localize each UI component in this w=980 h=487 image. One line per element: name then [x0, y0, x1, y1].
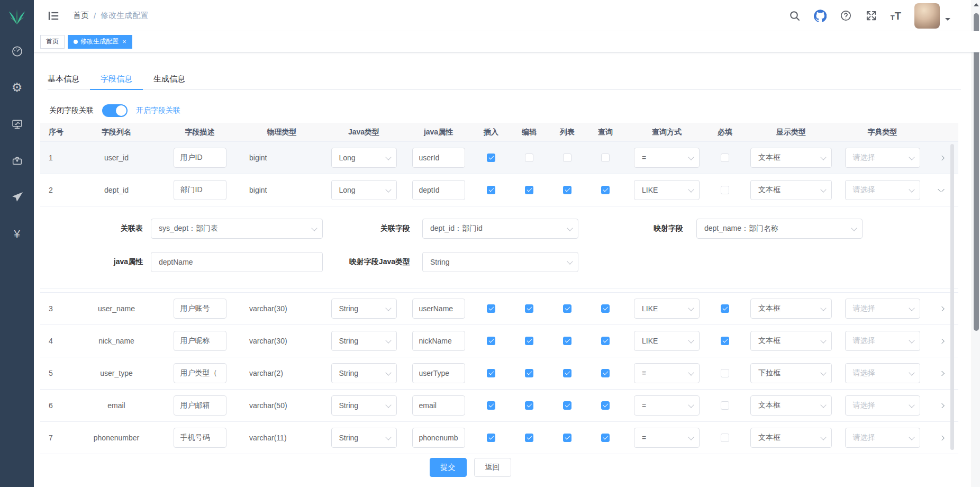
edit-checkbox[interactable]	[525, 434, 533, 442]
java-type-select[interactable]: String	[331, 299, 397, 319]
help-button[interactable]	[840, 10, 852, 22]
association-open-link[interactable]: 开启字段关联	[136, 106, 180, 115]
query-mode-select[interactable]: =	[634, 395, 700, 416]
tab-basic-info[interactable]: 基本信息	[48, 68, 90, 89]
java-type-select[interactable]: String	[331, 363, 397, 383]
expand-chevron-icon[interactable]	[938, 189, 945, 192]
edit-checkbox[interactable]	[525, 337, 533, 345]
insert-checkbox[interactable]	[487, 369, 495, 377]
java-field-input[interactable]	[412, 148, 465, 168]
expand-chevron-icon[interactable]	[938, 436, 945, 440]
query-checkbox[interactable]	[601, 304, 610, 313]
java-type-select[interactable]: Long	[331, 180, 397, 200]
java-field-input[interactable]	[412, 395, 465, 416]
query-checkbox[interactable]	[601, 154, 610, 162]
display-type-select[interactable]: 文本框	[750, 395, 832, 416]
edit-checkbox[interactable]	[525, 154, 533, 162]
expand-chevron-icon[interactable]	[938, 339, 945, 344]
display-type-select[interactable]: 下拉框	[750, 363, 832, 383]
list-checkbox[interactable]	[563, 369, 571, 377]
github-link[interactable]	[814, 10, 827, 22]
query-checkbox[interactable]	[601, 186, 610, 194]
window-scrollbar-thumb[interactable]	[974, 13, 979, 331]
submit-button[interactable]: 提交	[430, 458, 467, 477]
java-attr-input[interactable]	[151, 252, 323, 272]
user-menu[interactable]	[914, 3, 950, 29]
mapped-java-type-select[interactable]: String	[422, 252, 578, 272]
edit-checkbox[interactable]	[525, 186, 533, 194]
sidebar-item-monitor[interactable]	[0, 106, 34, 142]
query-checkbox[interactable]	[601, 401, 610, 410]
java-field-input[interactable]	[412, 331, 465, 351]
query-checkbox[interactable]	[601, 337, 610, 345]
field-description-input[interactable]	[174, 395, 226, 416]
related-field-select[interactable]: dept_id：部门id	[422, 219, 578, 239]
java-type-select[interactable]: String	[331, 428, 397, 448]
tab-generate-info[interactable]: 生成信息	[143, 68, 196, 89]
display-type-select[interactable]: 文本框	[750, 180, 832, 200]
sidebar-item-pay[interactable]: ¥	[0, 215, 34, 252]
query-mode-select[interactable]: =	[634, 363, 700, 383]
java-field-input[interactable]	[412, 180, 465, 200]
edit-checkbox[interactable]	[525, 304, 533, 313]
sidebar-item-dashboard[interactable]	[0, 33, 34, 69]
tab-field-info[interactable]: 字段信息	[90, 68, 143, 89]
insert-checkbox[interactable]	[487, 304, 495, 313]
tag-close-icon[interactable]: ×	[122, 38, 126, 46]
field-description-input[interactable]	[174, 428, 226, 448]
required-checkbox[interactable]	[721, 369, 729, 377]
query-mode-select[interactable]: LIKE	[634, 299, 700, 319]
dict-type-select[interactable]: 请选择	[845, 180, 920, 200]
list-checkbox[interactable]	[563, 186, 571, 194]
user-avatar[interactable]	[914, 3, 940, 29]
sidebar-item-system[interactable]: ⚙	[0, 69, 34, 106]
dict-type-select[interactable]: 请选择	[845, 148, 920, 168]
dict-type-select[interactable]: 请选择	[845, 428, 920, 448]
association-toggle[interactable]	[102, 104, 128, 117]
expand-chevron-icon[interactable]	[938, 306, 945, 311]
field-description-input[interactable]	[174, 299, 226, 319]
java-field-input[interactable]	[412, 299, 465, 319]
window-scrollbar[interactable]	[972, 0, 980, 487]
field-description-input[interactable]	[174, 363, 226, 383]
search-button[interactable]	[789, 10, 801, 22]
sidebar-item-guide[interactable]	[0, 179, 34, 215]
field-description-input[interactable]	[174, 331, 226, 351]
java-type-select[interactable]: Long	[331, 148, 397, 168]
display-type-select[interactable]: 文本框	[750, 331, 832, 351]
insert-checkbox[interactable]	[487, 337, 495, 345]
list-checkbox[interactable]	[563, 434, 571, 442]
required-checkbox[interactable]	[721, 401, 729, 410]
field-description-input[interactable]	[174, 180, 226, 200]
expand-chevron-icon[interactable]	[938, 156, 945, 160]
breadcrumb-home[interactable]: 首页	[73, 11, 89, 21]
scroll-up-arrow-icon[interactable]	[974, 3, 979, 6]
back-button[interactable]: 返回	[474, 458, 511, 477]
list-checkbox[interactable]	[563, 401, 571, 410]
expand-chevron-icon[interactable]	[938, 403, 945, 408]
java-field-input[interactable]	[412, 363, 465, 383]
list-checkbox[interactable]	[563, 337, 571, 345]
tag-home[interactable]: 首页	[40, 35, 65, 49]
dict-type-select[interactable]: 请选择	[845, 331, 920, 351]
dict-type-select[interactable]: 请选择	[845, 299, 920, 319]
font-size-button[interactable]: TT	[891, 11, 901, 21]
query-mode-select[interactable]: =	[634, 148, 700, 168]
query-checkbox[interactable]	[601, 369, 610, 377]
insert-checkbox[interactable]	[487, 401, 495, 410]
app-logo[interactable]	[0, 0, 34, 31]
related-table-select[interactable]: sys_dept：部门表	[151, 219, 323, 239]
required-checkbox[interactable]	[721, 186, 729, 194]
table-scrollbar-thumb[interactable]	[950, 144, 954, 450]
field-description-input[interactable]	[174, 148, 226, 168]
sidebar-item-tool[interactable]	[0, 142, 34, 179]
query-mode-select[interactable]: =	[634, 428, 700, 448]
insert-checkbox[interactable]	[487, 434, 495, 442]
expand-chevron-icon[interactable]	[938, 371, 945, 376]
insert-checkbox[interactable]	[487, 154, 495, 162]
display-type-select[interactable]: 文本框	[750, 299, 832, 319]
query-checkbox[interactable]	[601, 434, 610, 442]
sidebar-collapse-button[interactable]	[48, 10, 59, 22]
java-type-select[interactable]: String	[331, 331, 397, 351]
required-checkbox[interactable]	[721, 304, 729, 313]
